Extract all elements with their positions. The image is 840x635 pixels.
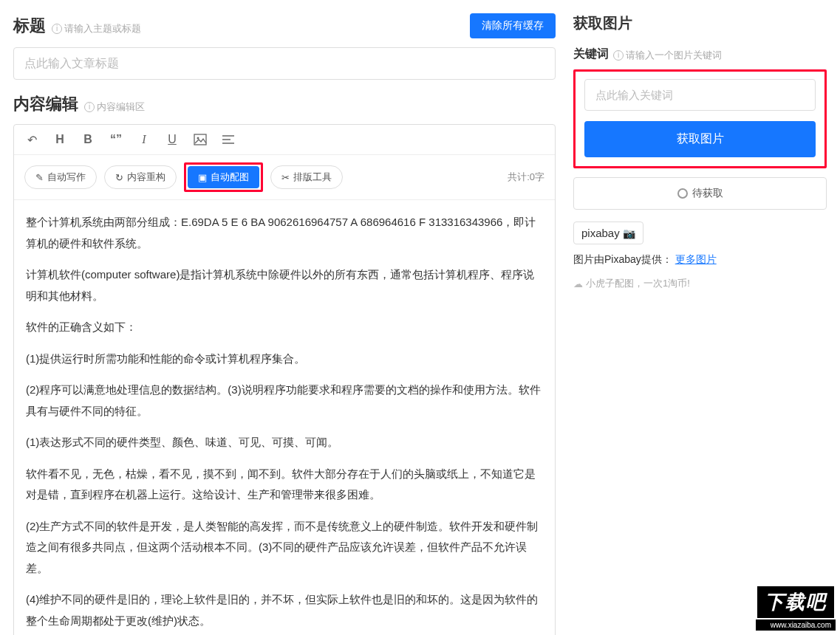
image-icon[interactable] <box>193 132 208 147</box>
paragraph: 软件看不见，无色，枯燥，看不见，摸不到，闻不到。软件大部分存在于人们的头脑或纸上… <box>26 464 543 506</box>
action-toolbar: ✎ 自动写作 ↻ 内容重构 ▣ 自动配图 ✂ <box>14 155 555 200</box>
watermark-url: www.xiazaiba.com <box>756 619 836 631</box>
underline-icon[interactable]: U <box>165 132 180 147</box>
cloud-icon: ☁ <box>573 278 583 289</box>
editor: ↶ H B “” I U ✎ 自动写作 <box>13 124 556 635</box>
camera-icon: 📷 <box>623 227 635 239</box>
keyword-label: 关键词 <box>573 47 609 62</box>
paragraph: (1)表达形式不同的硬件类型、颜色、味道、可见、可摸、可闻。 <box>26 432 543 453</box>
info-icon: i <box>613 50 624 61</box>
attribution-text: 图片由Pixabay提供： 更多图片 <box>573 253 827 267</box>
paragraph: (2)生产方式不同的软件是开发，是人类智能的高发挥，而不是传统意义上的硬件制造。… <box>26 516 543 580</box>
auto-write-button[interactable]: ✎ 自动写作 <box>24 165 97 189</box>
article-title-input[interactable] <box>13 47 556 80</box>
keyword-input[interactable] <box>584 79 816 111</box>
bold-icon[interactable]: B <box>81 132 95 147</box>
paragraph: (4)维护不同的硬件是旧的，理论上软件是旧的，并不坏，但实际上软件也是旧的和坏的… <box>26 589 543 631</box>
title-section-header: 标题 i 请输入主题或标题 清除所有缓存 <box>13 13 556 38</box>
svg-point-1 <box>197 137 199 140</box>
svg-rect-0 <box>194 134 206 145</box>
circle-icon <box>677 188 688 199</box>
paragraph: (1)提供运行时所需功能和性能的命令或计算机程序集合。 <box>26 349 543 370</box>
format-toolbar: ↶ H B “” I U <box>14 125 555 155</box>
quote-icon[interactable]: “” <box>109 132 123 147</box>
content-hint: i 内容编辑区 <box>84 100 145 114</box>
keyword-hint: i 请输入一个图片关键词 <box>613 49 722 62</box>
word-count: 共计:0字 <box>508 171 544 184</box>
more-images-link[interactable]: 更多图片 <box>675 253 717 265</box>
paragraph: 整个计算机系统由两部分组成：E.69DA 5 E 6 BA 9062616964… <box>26 212 543 254</box>
keyword-highlight-box: 获取图片 <box>573 69 827 168</box>
pencil-icon: ✎ <box>35 172 44 183</box>
tool-icon: ✂ <box>281 172 290 183</box>
italic-icon[interactable]: I <box>137 132 151 147</box>
title-label: 标题 <box>13 15 46 37</box>
picture-icon: ▣ <box>198 172 207 183</box>
layout-tool-button[interactable]: ✂ 排版工具 <box>270 165 343 189</box>
paragraph: (2)程序可以满意地处理信息的数据结构。(3)说明程序功能要求和程序需要的文档的… <box>26 380 543 422</box>
editor-body[interactable]: 整个计算机系统由两部分组成：E.69DA 5 E 6 BA 9062616964… <box>14 200 555 635</box>
title-hint: i 请输入主题或标题 <box>52 22 141 35</box>
restructure-button[interactable]: ↻ 内容重构 <box>104 165 177 189</box>
info-icon: i <box>84 102 95 112</box>
pending-status: 待获取 <box>573 177 827 210</box>
footer-note: ☁ 小虎子配图，一次1淘币! <box>573 277 827 290</box>
info-icon: i <box>52 24 62 34</box>
clear-cache-button[interactable]: 清除所有缓存 <box>470 13 556 38</box>
highlight-box: ▣ 自动配图 <box>184 162 263 192</box>
paragraph: 计算机软件(computer software)是指计算机系统中除硬件以外的所有… <box>26 264 543 306</box>
undo-icon[interactable]: ↶ <box>24 132 39 147</box>
watermark: 下载吧 www.xiazaiba.com <box>756 585 836 631</box>
align-icon[interactable] <box>221 132 236 147</box>
refresh-icon: ↻ <box>115 172 123 183</box>
auto-image-button[interactable]: ▣ 自动配图 <box>188 166 259 188</box>
content-label: 内容编辑 <box>13 93 78 115</box>
heading-icon[interactable]: H <box>52 132 67 147</box>
paragraph: 软件的正确含义如下： <box>26 317 543 338</box>
right-panel-title: 获取图片 <box>573 13 827 33</box>
fetch-image-button[interactable]: 获取图片 <box>584 121 816 157</box>
pixabay-badge: pixabay 📷 <box>573 222 643 244</box>
watermark-main: 下载吧 <box>756 585 836 619</box>
